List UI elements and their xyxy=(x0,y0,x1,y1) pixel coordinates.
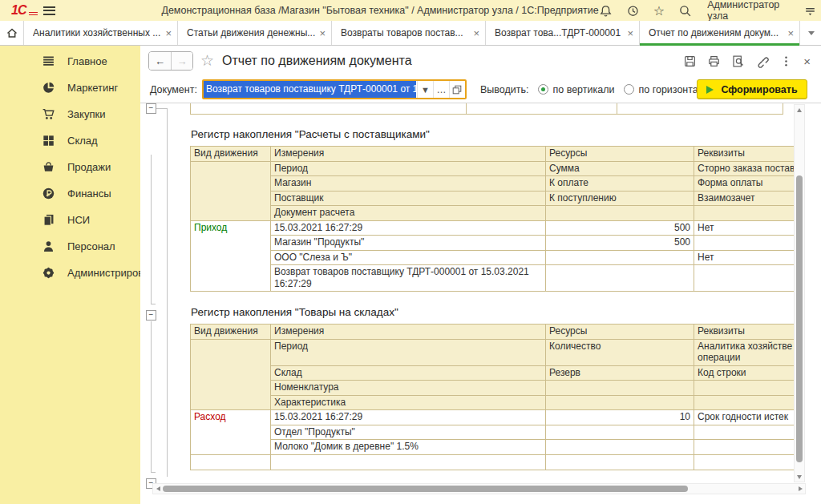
search-icon[interactable] xyxy=(678,4,692,18)
report-cell[interactable]: 500 xyxy=(546,236,694,251)
sidebar-item-6[interactable]: НСИ xyxy=(0,207,140,233)
report-cell[interactable]: Вид движения xyxy=(191,325,271,340)
report-cell[interactable]: Аналитика хозяйстве операции xyxy=(694,339,795,365)
report-cell[interactable]: 15.03.2021 16:27:29 xyxy=(271,410,546,425)
report-cell[interactable]: Количество xyxy=(546,339,694,365)
tab-close-icon[interactable]: × xyxy=(627,27,633,39)
document-field[interactable]: Возврат товаров поставщику ТДРТ-000001 о… xyxy=(202,79,467,99)
report-cell[interactable]: Отдел "Продукты" xyxy=(271,425,546,440)
notifications-bell-icon[interactable] xyxy=(599,4,613,18)
sidebar-item-1[interactable]: Маркетинг xyxy=(0,75,140,101)
report-cell[interactable] xyxy=(546,440,694,455)
report-cell[interactable] xyxy=(546,206,694,221)
close-report-icon[interactable]: × xyxy=(803,54,811,68)
report-cell[interactable]: К поступлению xyxy=(546,191,694,206)
tab-1[interactable]: Статьи движения денежны...× xyxy=(178,21,332,45)
report-cell[interactable] xyxy=(694,454,795,470)
more-actions-icon[interactable] xyxy=(779,54,793,68)
scroll-down-icon[interactable] xyxy=(795,472,804,482)
report-cell[interactable]: Документ расчета xyxy=(271,206,546,221)
report-cell[interactable] xyxy=(694,265,795,292)
report-cell[interactable] xyxy=(191,161,271,220)
tab-4[interactable]: Отчет по движениям докум...× xyxy=(640,21,800,45)
choose-button[interactable]: … xyxy=(433,81,449,98)
report-cell[interactable] xyxy=(546,454,694,470)
open-document-icon[interactable] xyxy=(449,81,465,98)
collapse-group-1[interactable]: − xyxy=(146,103,156,114)
sidebar-item-7[interactable]: Персонал xyxy=(0,233,140,260)
tabs-overflow-icon[interactable] xyxy=(802,21,821,45)
report-cell[interactable]: Расход xyxy=(191,410,271,455)
get-link-icon[interactable] xyxy=(755,54,769,68)
report-cell[interactable]: Код строки xyxy=(694,365,795,381)
report-cell[interactable]: Магазин "Продукты" xyxy=(271,236,546,251)
vertical-scroll-thumb[interactable] xyxy=(796,175,803,462)
report-cell[interactable]: Молоко "Домик в деревне" 1.5% xyxy=(271,440,546,455)
report-cell[interactable]: Измерения xyxy=(271,147,546,162)
sidebar-item-2[interactable]: Закупки xyxy=(0,101,140,127)
report-cell[interactable] xyxy=(694,440,795,455)
tab-0[interactable]: Аналитики хозяйственных ...× xyxy=(24,21,178,45)
report-cell[interactable]: Склад xyxy=(271,365,546,381)
report-cell[interactable] xyxy=(546,265,694,292)
document-input[interactable]: Возврат товаров поставщику ТДРТ-000001 о… xyxy=(204,81,417,98)
report-cell[interactable]: 15.03.2021 16:27:29 xyxy=(271,220,546,236)
favorite-star-icon[interactable]: ☆ xyxy=(200,53,214,69)
tab-close-icon[interactable]: × xyxy=(787,27,794,39)
tab-close-icon[interactable]: × xyxy=(165,27,172,39)
report-cell[interactable] xyxy=(694,425,795,440)
report-cell[interactable] xyxy=(191,339,271,410)
report-cell[interactable]: Резерв xyxy=(546,365,694,381)
report-cell[interactable]: Ресурсы xyxy=(546,147,694,162)
tab-close-icon[interactable]: × xyxy=(473,27,479,39)
tab-3[interactable]: Возврат това...ТДРТ-000001× xyxy=(486,21,640,45)
report-cell[interactable] xyxy=(694,395,795,410)
tab-close-icon[interactable]: × xyxy=(319,27,326,39)
report-cell[interactable]: Нет xyxy=(694,250,795,265)
report-cell[interactable]: Поставщик xyxy=(271,191,546,206)
report-cell[interactable]: Период xyxy=(271,339,546,365)
sidebar-item-5[interactable]: Финансы xyxy=(0,180,140,207)
report-cell[interactable]: Нет xyxy=(694,220,795,236)
report-cell[interactable]: Форма оплаты xyxy=(694,176,795,192)
sidebar-item-4[interactable]: Продажи xyxy=(0,154,140,180)
home-tab[interactable] xyxy=(0,21,24,45)
scroll-left-icon[interactable] xyxy=(153,484,163,494)
report-cell[interactable]: Реквизиты xyxy=(694,147,795,162)
hamburger-menu-icon[interactable] xyxy=(43,6,55,15)
report-cell[interactable]: Возврат товаров поставщику ТДРТ-000001 о… xyxy=(271,265,546,292)
report-cell[interactable]: Характеристика xyxy=(271,395,546,410)
service-menu-icon[interactable] xyxy=(803,4,817,18)
report-cell[interactable]: Сторно заказа постав xyxy=(694,161,795,176)
report-cell[interactable]: Ресурсы xyxy=(546,325,694,340)
report-cell[interactable]: К оплате xyxy=(546,176,694,192)
horizontal-scrollbar[interactable] xyxy=(152,483,806,494)
report-cell[interactable]: Измерения xyxy=(271,325,546,340)
report-cell[interactable]: Срок годности истек xyxy=(694,410,795,425)
report-cell[interactable] xyxy=(694,381,795,396)
report-cell[interactable]: Взаимозачет xyxy=(694,191,795,206)
sidebar-item-8[interactable]: Администрирование xyxy=(0,260,140,286)
report-cell[interactable] xyxy=(694,236,795,251)
current-user[interactable]: Администратор узла xyxy=(707,0,788,22)
report-cell[interactable] xyxy=(191,454,271,470)
favorites-star-icon[interactable]: ☆ xyxy=(653,4,665,18)
save-icon[interactable] xyxy=(683,54,697,68)
sidebar-item-0[interactable]: Главное xyxy=(0,48,140,75)
collapse-group-2[interactable]: − xyxy=(146,310,156,321)
report-cell[interactable]: Реквизиты xyxy=(694,325,795,340)
horizontal-scroll-thumb[interactable] xyxy=(163,486,688,492)
tab-2[interactable]: Возвраты товаров постав...× xyxy=(332,21,486,45)
dropdown-icon[interactable]: ▼ xyxy=(417,81,433,98)
report-cell[interactable]: 500 xyxy=(546,220,694,236)
sidebar-item-3[interactable]: Склад xyxy=(0,127,140,154)
history-icon[interactable] xyxy=(626,4,640,18)
forward-button[interactable]: → xyxy=(171,52,192,70)
report-cell[interactable] xyxy=(546,425,694,440)
report-cell[interactable] xyxy=(546,381,694,396)
print-icon[interactable] xyxy=(707,54,721,68)
report-cell[interactable]: Сумма xyxy=(546,161,694,176)
report-cell[interactable] xyxy=(694,206,795,221)
report-cell[interactable]: Период xyxy=(271,161,546,176)
report-cell[interactable] xyxy=(546,250,694,265)
